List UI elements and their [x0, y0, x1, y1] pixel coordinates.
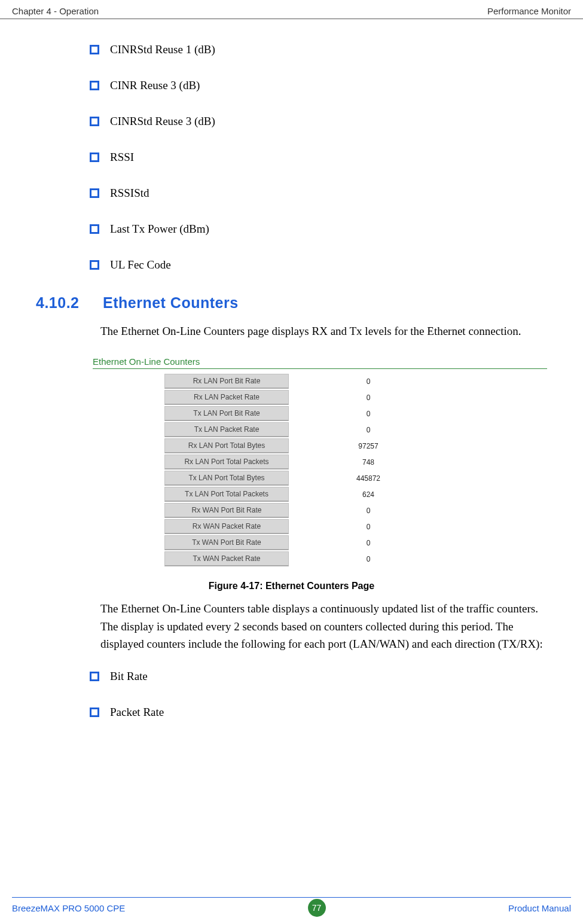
counter-value: 0	[289, 422, 448, 437]
bullet-icon	[90, 117, 99, 126]
bullet-icon	[90, 81, 99, 90]
table-row: Rx LAN Packet Rate0	[164, 390, 448, 405]
table-row: Tx LAN Port Total Bytes445872	[164, 471, 448, 486]
counter-label: Rx LAN Packet Rate	[164, 390, 289, 405]
bullet-icon	[90, 188, 99, 198]
counter-label: Rx LAN Port Total Packets	[164, 455, 289, 469]
page-header: Chapter 4 - Operation Performance Monito…	[0, 0, 583, 19]
counter-label: Tx WAN Packet Rate	[164, 551, 289, 566]
counter-label: Rx WAN Packet Rate	[164, 519, 289, 534]
table-row: Rx LAN Port Total Packets748	[164, 455, 448, 469]
list-item: Bit Rate	[90, 670, 547, 683]
table-row: Rx LAN Port Bit Rate0	[164, 374, 448, 389]
list-item: CINRStd Reuse 1 (dB)	[90, 43, 547, 56]
list-item-label: CINRStd Reuse 1 (dB)	[110, 43, 215, 56]
footer-divider	[12, 897, 571, 898]
counter-value: 0	[289, 551, 448, 566]
list-item-label: RSSI	[110, 151, 134, 164]
counter-value: 0	[289, 535, 448, 550]
panel-title: Ethernet On-Line Counters	[93, 356, 547, 369]
list-item: Last Tx Power (dBm)	[90, 222, 547, 236]
list-item-label: CINR Reuse 3 (dB)	[110, 79, 200, 92]
table-row: Rx WAN Packet Rate0	[164, 519, 448, 534]
counter-value: 445872	[289, 471, 448, 486]
bottom-bullet-list: Bit Rate Packet Rate	[90, 670, 547, 719]
counter-value: 0	[289, 519, 448, 534]
counter-label: Rx LAN Port Total Bytes	[164, 438, 289, 453]
list-item: RSSI	[90, 151, 547, 164]
table-row: Tx LAN Packet Rate0	[164, 422, 448, 437]
counter-value: 0	[289, 374, 448, 389]
section-title: Ethernet Counters	[103, 294, 239, 311]
list-item-label: Packet Rate	[110, 706, 164, 719]
list-item: Packet Rate	[90, 706, 547, 719]
counter-value: 748	[289, 455, 448, 469]
counter-label: Rx LAN Port Bit Rate	[164, 374, 289, 389]
footer-left: BreezeMAX PRO 5000 CPE	[12, 903, 125, 913]
header-left: Chapter 4 - Operation	[12, 6, 99, 16]
list-item-label: Bit Rate	[110, 670, 148, 683]
bullet-icon	[90, 672, 99, 681]
table-row: Tx WAN Port Bit Rate0	[164, 535, 448, 550]
list-item-label: UL Fec Code	[110, 258, 171, 272]
section-intro: The Ethernet On-Line Counters page displ…	[100, 322, 547, 340]
bullet-icon	[90, 153, 99, 162]
figure-container: Ethernet On-Line Counters Rx LAN Port Bi…	[93, 356, 547, 568]
counter-value: 0	[289, 390, 448, 405]
counter-label: Tx LAN Port Bit Rate	[164, 406, 289, 421]
header-right: Performance Monitor	[487, 6, 571, 16]
footer-right: Product Manual	[508, 903, 571, 913]
page-content: CINRStd Reuse 1 (dB) CINR Reuse 3 (dB) C…	[0, 19, 583, 754]
counter-label: Tx WAN Port Bit Rate	[164, 535, 289, 550]
section-heading: 4.10.2Ethernet Counters	[36, 294, 547, 312]
bullet-icon	[90, 260, 99, 270]
figure-caption: Figure 4-17: Ethernet Counters Page	[36, 581, 547, 591]
section-number: 4.10.2	[36, 294, 103, 312]
table-row: Rx LAN Port Total Bytes97257	[164, 438, 448, 453]
counter-value: 0	[289, 503, 448, 518]
counter-value: 0	[289, 406, 448, 421]
list-item-label: RSSIStd	[110, 187, 149, 200]
table-row: Tx WAN Packet Rate0	[164, 551, 448, 566]
bullet-icon	[90, 45, 99, 54]
counter-label: Rx WAN Port Bit Rate	[164, 503, 289, 518]
top-bullet-list: CINRStd Reuse 1 (dB) CINR Reuse 3 (dB) C…	[90, 43, 547, 272]
list-item: UL Fec Code	[90, 258, 547, 272]
table-row: Rx WAN Port Bit Rate0	[164, 503, 448, 518]
counter-value: 97257	[289, 438, 448, 453]
table-row: Tx LAN Port Total Packets624	[164, 487, 448, 502]
counter-label: Tx LAN Port Total Bytes	[164, 471, 289, 486]
counter-value: 624	[289, 487, 448, 502]
table-row: Tx LAN Port Bit Rate0	[164, 406, 448, 421]
list-item: RSSIStd	[90, 187, 547, 200]
bullet-icon	[90, 708, 99, 717]
counter-label: Tx LAN Port Total Packets	[164, 487, 289, 502]
bullet-icon	[90, 224, 99, 234]
after-figure-text: The Ethernet On-Line Counters table disp…	[100, 600, 547, 652]
page-number-badge: 77	[308, 899, 326, 917]
page-footer: BreezeMAX PRO 5000 CPE 77 Product Manual	[0, 899, 583, 917]
list-item: CINRStd Reuse 3 (dB)	[90, 115, 547, 128]
list-item: CINR Reuse 3 (dB)	[90, 79, 547, 92]
list-item-label: CINRStd Reuse 3 (dB)	[110, 115, 215, 128]
counter-label: Tx LAN Packet Rate	[164, 422, 289, 437]
list-item-label: Last Tx Power (dBm)	[110, 222, 209, 236]
counters-table: Rx LAN Port Bit Rate0 Rx LAN Packet Rate…	[164, 373, 448, 568]
